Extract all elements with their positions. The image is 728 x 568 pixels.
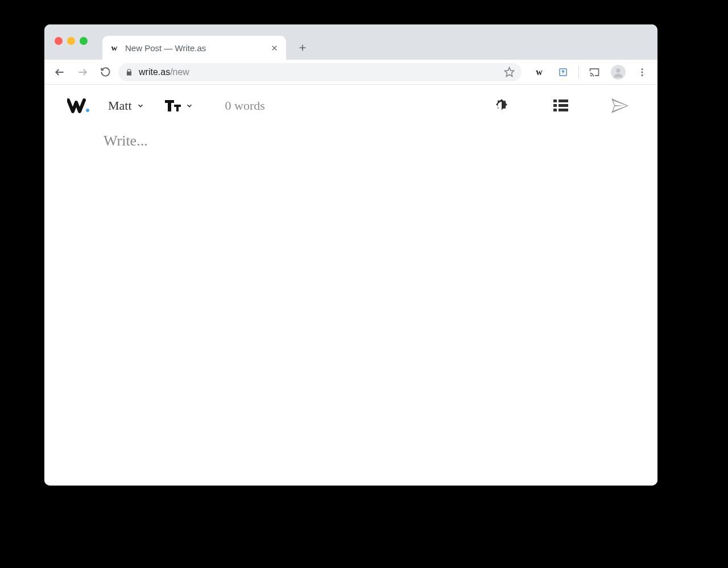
extension-share-button[interactable] — [553, 63, 573, 82]
url-host: write.as — [139, 67, 170, 77]
avatar-icon — [611, 65, 626, 80]
reload-icon — [100, 67, 111, 77]
svg-point-4 — [642, 71, 643, 73]
plus-icon — [298, 43, 307, 52]
url-path: /new — [170, 67, 189, 77]
svg-rect-10 — [559, 104, 568, 107]
window-fullscreen-button[interactable] — [80, 37, 88, 45]
publish-button[interactable] — [607, 93, 632, 118]
blog-selector[interactable]: Matt — [108, 98, 144, 113]
svg-point-3 — [642, 68, 643, 70]
browser-toolbar: write.as/new w — [44, 60, 657, 85]
tab-close-button[interactable] — [269, 43, 279, 53]
profile-button[interactable] — [609, 63, 628, 82]
toolbar-separator — [578, 66, 579, 78]
nav-reload-button[interactable] — [96, 63, 115, 82]
writeas-logo-icon — [67, 98, 91, 114]
send-icon — [611, 98, 628, 113]
window-controls — [55, 37, 88, 45]
window-close-button[interactable] — [55, 37, 63, 45]
address-bar[interactable]: write.as/new — [118, 63, 522, 81]
browser-menu-button[interactable] — [632, 63, 652, 82]
kebab-icon — [637, 67, 647, 77]
tab-favicon: w — [109, 43, 119, 53]
tab-strip: w New Post — Write.as — [44, 24, 657, 60]
bookmark-button[interactable] — [504, 67, 515, 77]
cast-button[interactable] — [585, 63, 604, 82]
post-editor[interactable] — [104, 132, 547, 417]
text-format-icon — [165, 99, 181, 113]
svg-point-5 — [642, 74, 643, 76]
nav-forward-button[interactable] — [73, 63, 92, 82]
word-count: 0 words — [225, 98, 265, 113]
svg-point-6 — [86, 109, 89, 112]
chevron-down-icon — [136, 102, 144, 110]
theme-toggle-button[interactable] — [489, 93, 514, 118]
editor-area — [44, 127, 657, 486]
brightness-icon — [494, 98, 510, 114]
arrow-left-icon — [54, 67, 65, 78]
new-tab-button[interactable] — [294, 39, 311, 56]
star-icon — [504, 67, 515, 77]
extension-writeas-button[interactable]: w — [530, 63, 549, 82]
svg-rect-7 — [553, 99, 557, 102]
url-text: write.as/new — [139, 67, 189, 77]
editor-toolbar: Matt 0 words — [44, 85, 657, 127]
chevron-down-icon — [185, 102, 193, 110]
svg-rect-11 — [553, 109, 557, 111]
arrow-right-icon — [77, 67, 88, 78]
browser-tab[interactable]: w New Post — Write.as — [102, 36, 286, 60]
cast-icon — [589, 67, 600, 78]
posts-list-button[interactable] — [548, 93, 573, 118]
writeas-app: Matt 0 words — [44, 85, 657, 486]
close-icon — [271, 44, 278, 52]
svg-marker-0 — [505, 68, 514, 77]
browser-window: w New Post — Write.as write.as/new — [44, 24, 657, 486]
svg-rect-12 — [559, 109, 568, 111]
browser-extensions: w — [525, 63, 652, 82]
writeas-logo[interactable] — [67, 98, 91, 114]
svg-rect-9 — [553, 104, 557, 107]
list-icon — [553, 99, 568, 112]
nav-back-button[interactable] — [50, 63, 69, 82]
font-selector[interactable] — [165, 99, 193, 113]
blog-selector-label: Matt — [108, 98, 132, 113]
window-minimize-button[interactable] — [67, 37, 75, 45]
svg-rect-8 — [559, 99, 568, 102]
share-up-icon — [558, 67, 568, 77]
tab-title: New Post — Write.as — [125, 43, 263, 53]
svg-point-2 — [616, 68, 620, 72]
lock-icon — [125, 68, 133, 76]
